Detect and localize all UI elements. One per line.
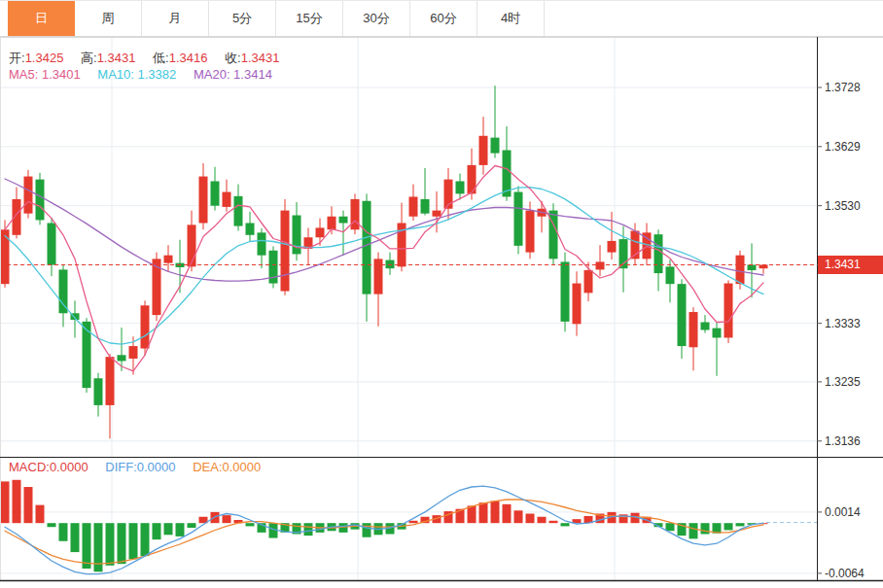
candle-up (351, 199, 360, 229)
candle-down (118, 355, 126, 361)
candle-up (573, 284, 582, 325)
macd-histogram-bar (514, 510, 523, 523)
macd-histogram-bar (48, 523, 56, 527)
candle-up (188, 225, 196, 266)
macd-histogram-bar (736, 523, 745, 526)
candle-down (748, 265, 757, 271)
macd-histogram-bar (363, 523, 371, 537)
candle-down (211, 181, 220, 205)
macd-histogram-bar (83, 523, 91, 569)
macd-histogram-bar (538, 517, 547, 523)
open-value: 1.3425 (25, 51, 64, 65)
macd-histogram-bar (24, 487, 33, 523)
candle-up (759, 265, 768, 269)
macd-histogram-bar (468, 505, 477, 523)
macd-histogram-bar (549, 521, 558, 523)
candle-up (736, 256, 745, 284)
ma20-line (5, 179, 763, 281)
macd-histogram-bar (13, 480, 21, 523)
candle-down (421, 199, 430, 214)
macd-histogram-bar (164, 523, 173, 535)
candle-up (24, 177, 33, 214)
candle-up (526, 211, 535, 253)
ma10-readout: MA10: 1.3382 (97, 67, 176, 82)
low-label: 低: (153, 51, 169, 65)
close-label: 收: (225, 51, 241, 65)
close-value: 1.3431 (241, 51, 280, 65)
candle-down (701, 322, 710, 329)
candle-up (328, 217, 336, 230)
candle-up (596, 261, 605, 269)
candle-up (316, 227, 325, 237)
macd-axis-label: 0.0014 (825, 505, 861, 519)
macd-histogram-bar (1, 481, 10, 523)
ma5-readout: MA5: 1.3401 (9, 67, 81, 82)
dea-value: DEA:0.0000 (193, 460, 261, 474)
candle-down (561, 261, 570, 321)
candle-down (386, 260, 395, 269)
macd-histogram-bar (141, 523, 150, 556)
candle-up (13, 199, 21, 235)
macd-histogram-bar (211, 512, 220, 523)
candle-up (608, 241, 617, 253)
high-label: 高: (81, 51, 97, 65)
candle-down (654, 234, 663, 273)
macd-histogram-bar (689, 523, 698, 538)
price-axis-label: 1.3530 (825, 199, 861, 213)
open-label: 开: (9, 51, 25, 65)
candle-up (223, 192, 231, 207)
price-axis-label: 1.3235 (825, 375, 861, 389)
macd-histogram-bar (118, 523, 126, 564)
candle-down (491, 138, 500, 154)
candle-down (59, 269, 68, 313)
candle-down (363, 201, 371, 294)
macd-histogram-bar (129, 523, 138, 559)
candle-up (106, 357, 115, 405)
macd-histogram-bar (503, 504, 512, 523)
candlestick-macd-chart[interactable]: 1.37281.36291.35301.34311.33331.32351.31… (0, 0, 883, 588)
macd-histogram-bar (491, 502, 500, 524)
macd-histogram-bar (59, 523, 68, 541)
high-value: 1.3431 (97, 51, 136, 65)
ma10-line (5, 188, 763, 345)
price-axis-label: 1.3333 (825, 317, 861, 330)
candle-up (281, 211, 290, 292)
candle-up (164, 256, 173, 263)
macd-histogram-bar (479, 502, 488, 523)
candle-down (94, 378, 103, 405)
macd-histogram-bar (526, 514, 535, 524)
candle-up (584, 270, 593, 293)
macd-histogram-bar (701, 523, 710, 534)
macd-histogram-bar (176, 523, 185, 536)
macd-histogram-bar (246, 523, 255, 526)
macd-histogram-bar (409, 521, 418, 523)
low-value: 1.3416 (169, 51, 208, 65)
ma5-line (5, 166, 763, 371)
price-axis-label: 1.3136 (825, 434, 861, 448)
macd-histogram-bar (71, 523, 80, 552)
ma20-readout: MA20: 1.3414 (194, 67, 272, 82)
macd-histogram-bar (724, 523, 733, 530)
candle-up (479, 136, 488, 165)
candle-down (713, 329, 722, 338)
candle-down (234, 196, 243, 226)
price-axis-label: 1.3728 (825, 81, 861, 94)
candle-up (689, 312, 698, 347)
candle-up (141, 305, 150, 348)
candle-down (48, 223, 56, 264)
ma-readout: MA5: 1.3401 MA10: 1.3382 MA20: 1.3414 (9, 67, 272, 82)
current-price-tag: 1.3431 (818, 256, 883, 274)
macd-readout: MACD:0.0000 DIFF:0.0000 DEA:0.0000 (9, 460, 261, 474)
macd-histogram-bar (561, 523, 570, 526)
candle-down (36, 180, 45, 221)
candle-up (433, 211, 442, 217)
candle-down (514, 192, 523, 246)
macd-histogram-bar (153, 523, 161, 539)
macd-histogram-bar (223, 515, 231, 523)
macd-histogram-bar (188, 523, 196, 528)
candle-up (199, 177, 208, 224)
macd-histogram-bar (106, 523, 115, 566)
macd-axis-label: -0.0064 (825, 567, 865, 580)
candle-down (456, 181, 465, 193)
macd-histogram-bar (36, 505, 45, 524)
